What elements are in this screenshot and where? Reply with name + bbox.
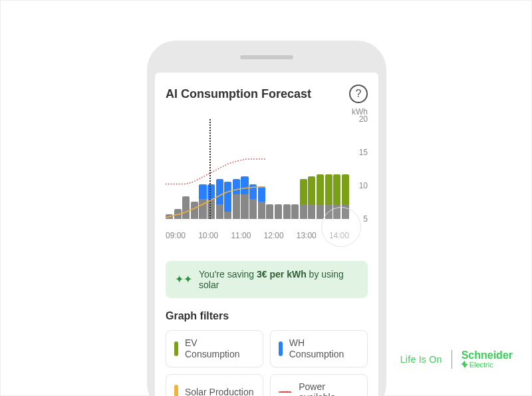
- xtick: 13:00: [297, 231, 317, 240]
- xtick: 11:00: [231, 231, 251, 240]
- bar-column: [216, 119, 223, 219]
- bar-column: [333, 119, 340, 219]
- bar-column: [174, 119, 182, 219]
- filter-wh-consumption[interactable]: WH Consumption: [270, 330, 368, 367]
- savings-text: You're saving 3€ per kWh by using solar: [199, 269, 358, 290]
- bar-column: [325, 119, 332, 219]
- bar-column: [300, 119, 307, 219]
- bolt-icon: [462, 361, 467, 369]
- swatch-icon: [279, 391, 292, 393]
- filter-label: Power available: [299, 381, 359, 396]
- brand-lockup: Life Is On Schneider Electric: [400, 350, 513, 369]
- viewport: AI Consumption Forecast ? kWh 20 15 10 5: [0, 0, 532, 396]
- bar-column: [258, 119, 265, 219]
- x-axis: 09:0010:0011:0012:0013:0014:00: [166, 231, 349, 240]
- bar-column: [199, 119, 206, 219]
- filter-label: WH Consumption: [289, 337, 359, 360]
- swatch-icon: [174, 341, 178, 356]
- phone-frame: AI Consumption Forecast ? kWh 20 15 10 5: [147, 41, 386, 396]
- bar-column: [233, 119, 240, 219]
- forecast-chart[interactable]: kWh 20 15 10 5 09:0010:0011:0012:0013:00…: [166, 107, 368, 257]
- app-screen: AI Consumption Forecast ? kWh 20 15 10 5: [155, 73, 378, 396]
- bar-column: [191, 119, 198, 219]
- filter-label: Solar Production: [185, 387, 254, 396]
- filters-grid: EV Consumption WH Consumption Solar Prod…: [166, 330, 368, 396]
- bar-column: [249, 119, 257, 219]
- y-axis: 20 15 10 5: [359, 119, 368, 219]
- bar-column: [207, 119, 215, 219]
- bar-column: [275, 119, 282, 219]
- help-icon[interactable]: ?: [349, 85, 368, 103]
- bar-column: [308, 119, 315, 219]
- sparkles-icon: ✦✦: [175, 274, 192, 285]
- filter-ev-consumption[interactable]: EV Consumption: [166, 330, 263, 367]
- bar-column: [317, 119, 324, 219]
- bar-column: [182, 119, 190, 219]
- filter-label: EV Consumption: [185, 337, 255, 360]
- savings-banner: ✦✦ You're saving 3€ per kWh by using sol…: [166, 261, 368, 298]
- bar-column: [342, 119, 349, 219]
- filters-title: Graph filters: [166, 310, 368, 322]
- header: AI Consumption Forecast ?: [166, 85, 368, 103]
- filter-solar-production[interactable]: Solar Production: [166, 374, 263, 396]
- bar-column: [166, 119, 173, 219]
- page-title: AI Consumption Forecast: [166, 87, 311, 101]
- brand-divider: [452, 350, 452, 369]
- filter-power-available[interactable]: Power available: [270, 374, 368, 396]
- bar-column: [291, 119, 299, 219]
- plot-area: [166, 119, 349, 219]
- tagline: Life Is On: [400, 354, 442, 365]
- bar-column: [266, 119, 273, 219]
- swatch-icon: [279, 341, 283, 356]
- schneider-logo: Schneider Electric: [462, 350, 513, 369]
- xtick: 09:00: [166, 231, 186, 240]
- bar-column: [283, 119, 291, 219]
- bar-column: [241, 119, 248, 219]
- xtick: 14:00: [329, 231, 349, 240]
- xtick: 12:00: [264, 231, 284, 240]
- swatch-icon: [174, 385, 178, 396]
- bar-column: [224, 119, 231, 219]
- xtick: 10:00: [198, 231, 218, 240]
